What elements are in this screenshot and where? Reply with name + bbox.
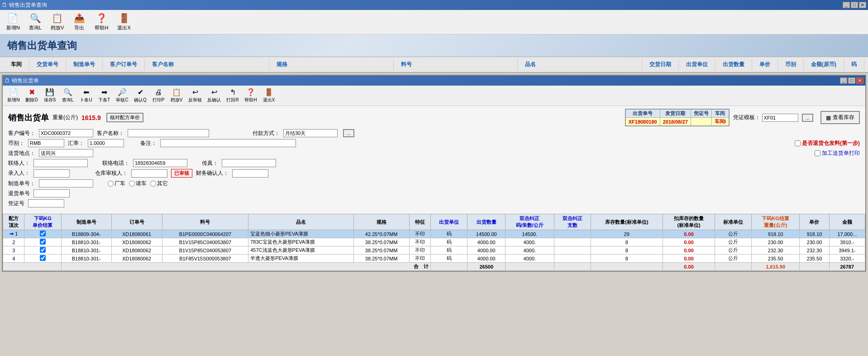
qh-workshop[interactable]: 车间 xyxy=(4,59,29,70)
cell-check[interactable] xyxy=(24,230,61,238)
fax-label: 传真： xyxy=(202,159,218,167)
doc-value-4[interactable]: 车间I xyxy=(711,118,729,126)
row-checkbox[interactable] xyxy=(40,247,46,253)
close-btn[interactable]: ✕ xyxy=(859,2,866,8)
table-row[interactable]: 2 B18810-301- XD18080062 B1V15P85C040053… xyxy=(3,238,865,246)
inner-exit-btn[interactable]: 🚪 退出X xyxy=(261,87,277,104)
checkbox2[interactable] xyxy=(815,150,820,156)
qh-currency[interactable]: 币别 xyxy=(778,59,804,70)
cell-unit: 码 xyxy=(431,246,467,255)
inner-reverse-confirm-btn[interactable]: ↩ 反确认 xyxy=(205,87,223,104)
contact-row: 联络人： 联络电话： 传真： xyxy=(8,159,860,167)
cell-amount: 3910.- xyxy=(829,238,865,246)
exchange-input[interactable] xyxy=(88,139,124,147)
minimize-btn[interactable]: _ xyxy=(843,2,850,8)
table-row[interactable]: 3 B18810-301- XD18080062 B1V15P85C040053… xyxy=(3,246,865,255)
customer-name-input[interactable] xyxy=(128,129,209,137)
cell-check[interactable] xyxy=(24,246,61,255)
qh-spec[interactable]: 规格 xyxy=(269,59,394,70)
radio-request-input[interactable] xyxy=(129,181,135,187)
qh-customer-name[interactable]: 客户名称 xyxy=(145,59,269,70)
inner-delete-btn[interactable]: ✖ 删除D xyxy=(24,87,40,104)
entry-label: 录入人： xyxy=(8,169,30,177)
qh-code[interactable]: 码 xyxy=(844,59,864,70)
row-checkbox[interactable] xyxy=(40,231,46,236)
doc-value-2[interactable]: 2018/08/27 xyxy=(660,118,691,126)
payment-input[interactable] xyxy=(283,129,338,137)
outer-export-btn[interactable]: 📤 导出 xyxy=(70,12,88,32)
entry-input[interactable] xyxy=(33,169,70,178)
qh-delivery-date[interactable]: 交货日期 xyxy=(642,59,679,70)
manufacture-input[interactable] xyxy=(39,179,93,188)
radio-factory-input[interactable] xyxy=(108,181,114,187)
fax-input[interactable] xyxy=(222,159,276,167)
query-icon: 🔍 xyxy=(30,13,41,24)
currency-input[interactable] xyxy=(28,139,64,147)
inner-new-btn[interactable]: 📄 新增N xyxy=(5,87,22,104)
outer-new-btn[interactable]: 📄 新增N xyxy=(4,12,23,32)
inner-reverse-audit-btn[interactable]: ↩ 反审核 xyxy=(186,87,204,104)
qh-customer-order[interactable]: 客户订单号 xyxy=(103,59,145,70)
inner-confirm-btn[interactable]: ✔ 确认Q xyxy=(132,87,148,104)
outer-query-btn[interactable]: 🔍 查询L xyxy=(26,12,44,32)
cell-weight: 232.30 xyxy=(752,246,800,255)
inner-query-btn[interactable]: 🔍 查询L xyxy=(60,87,76,104)
inner-maximize-btn[interactable]: □ xyxy=(848,77,855,84)
inner-close-btn[interactable]: ✕ xyxy=(856,77,863,84)
qh-ship-unit[interactable]: 出货单位 xyxy=(679,59,715,70)
customer-no-input[interactable] xyxy=(39,129,93,137)
entry-row: 录入人： 仓库审核人： 已审核 财务确认人： xyxy=(8,169,860,178)
check-inventory-btn[interactable]: ▦ 查看库存 xyxy=(820,111,860,124)
voucher-template-input[interactable] xyxy=(762,114,798,122)
inner-minimize-btn[interactable]: _ xyxy=(840,77,847,84)
row-checkbox[interactable] xyxy=(40,255,46,261)
cell-check[interactable] xyxy=(24,238,61,246)
doc-value-3[interactable] xyxy=(691,118,711,126)
cell-check[interactable] xyxy=(24,255,61,263)
qh-ship-qty[interactable]: 出货数量 xyxy=(715,59,752,70)
qh-price[interactable]: 单价 xyxy=(752,59,778,70)
inner-print-btn[interactable]: 🖨 打印P xyxy=(150,87,167,104)
inner-help-btn[interactable]: ❓ 帮助H xyxy=(243,87,259,104)
outer-help-btn[interactable]: ❓ 帮助H xyxy=(92,12,111,32)
outer-new-label: 新增N xyxy=(6,24,20,31)
maximize-btn[interactable]: □ xyxy=(851,2,858,8)
row-checkbox[interactable] xyxy=(40,239,46,245)
qh-product[interactable]: 品名 xyxy=(518,59,642,70)
warehouse-input[interactable] xyxy=(131,169,167,178)
voucher-template-btn[interactable]: ... xyxy=(802,114,813,122)
payment-btn[interactable]: ... xyxy=(343,129,354,137)
cell-correct2 xyxy=(554,238,591,246)
finance-input[interactable] xyxy=(232,169,268,178)
table-row[interactable]: 4 B18810-301- XD18080062 B1F85V15S000053… xyxy=(3,255,865,263)
voucher2-row: 凭证号 xyxy=(8,199,860,207)
col-amount: 金额 xyxy=(829,214,865,230)
qh-delivery-no[interactable]: 交货单号 xyxy=(29,59,66,70)
contact-label: 联络人： xyxy=(8,159,30,167)
outer-exit-btn[interactable]: 🚪 退出X xyxy=(114,12,133,32)
new-icon: 📄 xyxy=(7,13,19,24)
inner-audit-icon: 🔎 xyxy=(118,88,127,96)
return-input[interactable] xyxy=(33,189,70,197)
cell-amount: 17,000... xyxy=(829,230,865,238)
delivery-input[interactable] xyxy=(39,149,93,157)
qh-material[interactable]: 料号 xyxy=(394,59,518,70)
contact-input[interactable] xyxy=(33,159,88,167)
inner-prev-btn[interactable]: ⬅ 卜条U xyxy=(78,87,94,104)
qh-amount[interactable]: 金额(原币) xyxy=(804,59,844,70)
verify-btn[interactable]: 核对配方单价 xyxy=(106,113,143,122)
radio-other-input[interactable] xyxy=(150,181,156,187)
phone-input[interactable] xyxy=(133,159,187,167)
qh-mfg-no[interactable]: 制造单号 xyxy=(66,59,103,70)
inner-archive-btn[interactable]: 📋 档放V xyxy=(168,87,185,104)
inner-next-btn[interactable]: ➡ 下条T xyxy=(96,87,112,104)
doc-value-1[interactable]: XF18080180 xyxy=(625,118,660,126)
note-input[interactable] xyxy=(160,139,296,147)
checkbox1[interactable] xyxy=(795,140,801,146)
table-row[interactable]: ⇒ 1 B18809-304- XD18080061 B1PE0000C0400… xyxy=(3,230,865,238)
inner-return-btn[interactable]: ↰ 打回R xyxy=(224,87,241,104)
inner-save-btn[interactable]: 💾 保存S xyxy=(42,87,58,104)
inner-audit-btn[interactable]: 🔎 审核C xyxy=(114,87,130,104)
outer-archive-btn[interactable]: 📋 档放V xyxy=(48,12,67,32)
voucher2-input[interactable] xyxy=(28,199,64,207)
